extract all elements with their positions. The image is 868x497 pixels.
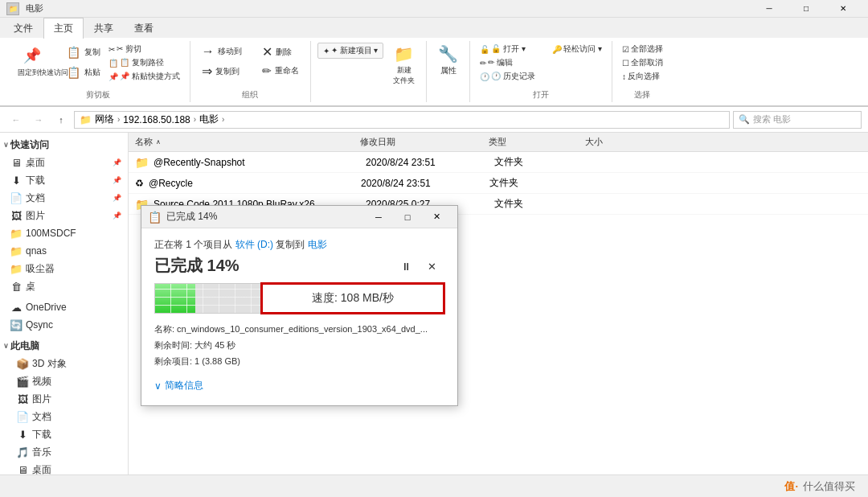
- deselect-icon: ☐: [622, 59, 629, 68]
- paste-button[interactable]: 📋 粘贴: [62, 63, 104, 82]
- sidebar-item-documents[interactable]: 📄 文档: [0, 408, 128, 425]
- search-box[interactable]: 🔍 搜索 电影: [733, 111, 862, 129]
- sort-arrow: ∧: [156, 138, 161, 146]
- rename-icon: ✏: [262, 64, 272, 77]
- sidebar-item-vacuum[interactable]: 📁 吸尘器: [0, 260, 128, 277]
- dialog-minimize-button[interactable]: ─: [364, 207, 393, 227]
- dialog-info: 名称: cn_windows_10_consumer_editions_vers…: [154, 322, 444, 369]
- table-row[interactable]: 📁 @Recently-Snapshot 2020/8/24 23:51 文件夹: [129, 152, 868, 173]
- progress-area: 速度: 108 MB/秒: [154, 283, 444, 314]
- path-sep-3: ›: [222, 115, 224, 124]
- history-button[interactable]: 🕐 🕐 历史记录: [477, 70, 538, 83]
- qsync-label: Qsync: [26, 319, 121, 331]
- thispc-header[interactable]: ∨ 此电脑: [0, 337, 128, 355]
- dest-link[interactable]: 电影: [308, 239, 327, 250]
- file-type: 文件夹: [489, 176, 586, 190]
- deselect-all-button[interactable]: ☐ 全部取消: [619, 56, 666, 69]
- invert-selection-button[interactable]: ↕ 反向选择: [619, 70, 666, 83]
- cut-button[interactable]: ✂ ✂ 剪切: [105, 43, 183, 55]
- downloads-label: 下载: [32, 428, 121, 442]
- copy-icon: 📋: [65, 44, 81, 60]
- tab-home[interactable]: 主页: [43, 18, 84, 39]
- sidebar-item-qsync[interactable]: 🔄 Qsync: [0, 316, 128, 334]
- select-all-button[interactable]: ☑ 全部选择: [619, 43, 666, 55]
- sidebar-item-pictures[interactable]: 🖼 图片 📌: [0, 207, 128, 224]
- video-icon: 🎬: [16, 376, 29, 388]
- vacuum-label: 吸尘器: [26, 262, 121, 276]
- paste-shortcut-icon: 📌: [108, 72, 118, 81]
- dialog-close-button[interactable]: ✕: [422, 207, 451, 227]
- pin-indicator: 📌: [113, 194, 121, 202]
- source-link[interactable]: 软件 (D:): [235, 239, 273, 250]
- qsync-icon: 🔄: [10, 319, 23, 331]
- forward-button[interactable]: →: [29, 110, 48, 129]
- maximize-button[interactable]: □: [788, 0, 825, 18]
- copy-to-button[interactable]: ⇒ 复制到: [197, 62, 247, 80]
- copy-button[interactable]: 📋 复制: [62, 43, 104, 62]
- paste-icon: 📋: [65, 64, 81, 80]
- dialog-percent: 已完成 14%: [154, 255, 240, 277]
- sidebar-item-3d[interactable]: 📦 3D 对象: [0, 355, 128, 372]
- title-bar-icons: 📁: [6, 2, 19, 15]
- up-button[interactable]: ↑: [51, 110, 71, 129]
- progress-dialog: 📋 已完成 14% ─ □ ✕ 正在将 1 个项目从 软件 (D:) 复制到 电…: [141, 205, 458, 406]
- sidebar-item-video[interactable]: 🎬 视频: [0, 372, 128, 390]
- file-name: @Recycle: [149, 178, 361, 189]
- video-label: 视频: [32, 375, 121, 388]
- music-label: 音乐: [32, 446, 121, 459]
- properties-button[interactable]: 🔧 属性: [433, 43, 463, 78]
- sidebar-item-images[interactable]: 🖼 图片: [0, 390, 128, 408]
- pause-button[interactable]: ⏸: [393, 257, 419, 277]
- move-to-button[interactable]: → 移动到: [197, 43, 247, 60]
- col-date[interactable]: 修改日期: [360, 136, 489, 148]
- new-item-button[interactable]: ✦ ✦ 新建项目 ▾: [317, 43, 384, 59]
- sidebar-item-docs[interactable]: 📄 文档 📌: [0, 189, 128, 207]
- quick-access-header[interactable]: ∨ 快速访问: [0, 136, 128, 154]
- pictures-label: 图片: [26, 209, 109, 223]
- pin-indicator: 📌: [113, 176, 121, 184]
- dialog-maximize-button[interactable]: □: [393, 207, 422, 227]
- table-row[interactable]: ♻ @Recycle 2020/8/24 23:51 文件夹: [129, 173, 868, 194]
- copy-path-button[interactable]: 📋 📋 复制路径: [105, 56, 183, 69]
- delete-button[interactable]: ✕ 删除: [257, 43, 304, 61]
- pin-to-quick-access-button[interactable]: 📌 固定到快速访问: [13, 43, 51, 79]
- address-bar: ← → ↑ 📁 网络 › 192.168.50.188 › 电影 › 🔍 搜索 …: [0, 107, 868, 133]
- select-all-icon: ☑: [622, 45, 629, 54]
- back-button[interactable]: ←: [6, 110, 26, 129]
- window-icon: 📁: [6, 2, 19, 15]
- sidebar-item-music[interactable]: 🎵 音乐: [0, 443, 128, 461]
- paste-shortcut-button[interactable]: 📌 📌 粘贴快捷方式: [105, 70, 183, 83]
- cancel-copy-button[interactable]: ✕: [419, 257, 444, 277]
- edit-button[interactable]: ✏ ✏ 编辑: [477, 56, 538, 69]
- ribbon-content: 📌 固定到快速访问 📋 复制 📋 粘贴 ✂: [0, 38, 868, 106]
- summary-button[interactable]: ∨ 简略信息: [154, 376, 444, 396]
- ip-label: 192.168.50.188: [123, 114, 190, 125]
- minimize-button[interactable]: ─: [751, 0, 788, 18]
- sidebar-item-100msdcf[interactable]: 📁 100MSDCF: [0, 224, 128, 242]
- tab-file[interactable]: 文件: [3, 18, 43, 39]
- rename-button[interactable]: ✏ 重命名: [257, 63, 304, 79]
- sidebar-item-recycle[interactable]: 🗑 桌: [0, 277, 128, 295]
- col-type[interactable]: 类型: [489, 136, 585, 148]
- open-button[interactable]: 🔓 🔓 打开 ▾: [477, 43, 538, 55]
- sidebar-item-qnas[interactable]: 📁 qnas: [0, 242, 128, 260]
- ribbon-group-organize: → 移动到 ⇒ 复制到 ✕ 删除 ✏ 重命名: [190, 41, 311, 102]
- ribbon-group-open: 🔓 🔓 打开 ▾ ✏ ✏ 编辑 🕐 🕐 历史记录 🔑 轻松访问 ▾: [470, 41, 612, 102]
- sidebar-item-desktop[interactable]: 🖥 桌面 📌: [0, 154, 128, 171]
- dialog-icon: 📋: [148, 211, 162, 224]
- col-name[interactable]: 名称 ∧: [135, 136, 360, 148]
- col-size[interactable]: 大小: [585, 136, 665, 148]
- sidebar-item-download[interactable]: ⬇ 下载 📌: [0, 171, 128, 189]
- open-label: 打开: [533, 88, 549, 101]
- 3d-label: 3D 对象: [32, 357, 121, 371]
- sidebar-item-downloads[interactable]: ⬇ 下载: [0, 425, 128, 443]
- sidebar-item-onedrive[interactable]: ☁ OneDrive: [0, 298, 128, 316]
- tab-share[interactable]: 共享: [84, 18, 124, 39]
- new-folder-button[interactable]: 📁 新建文件夹: [388, 43, 420, 88]
- easy-access-button[interactable]: 🔑 轻松访问 ▾: [549, 43, 605, 55]
- tab-view[interactable]: 查看: [124, 18, 164, 39]
- address-path[interactable]: 📁 网络 › 192.168.50.188 › 电影 ›: [74, 111, 730, 129]
- organize-label: 组织: [242, 88, 258, 101]
- close-button[interactable]: ✕: [825, 0, 862, 18]
- summary-icon: ∨: [154, 380, 162, 392]
